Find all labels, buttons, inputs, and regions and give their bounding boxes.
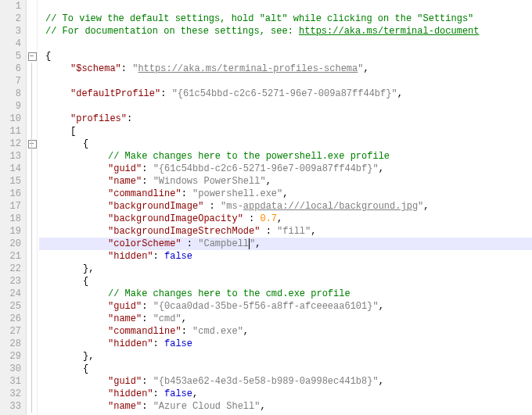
brace: { xyxy=(83,138,88,149)
json-string: "{61c54bbd-c2c6-5271-96e7-009a87ff44bf}" xyxy=(172,88,397,99)
doc-link[interactable]: https://aka.ms/terminal-document xyxy=(299,26,479,37)
line-number: 33 xyxy=(0,400,21,413)
line-number: 2 xyxy=(0,13,21,25)
line-number: 31 xyxy=(0,375,21,388)
line-number: 14 xyxy=(0,163,21,175)
comment: // Make changes here to the powershell.e… xyxy=(108,151,390,162)
line-number: 27 xyxy=(0,325,21,338)
brace-close: }, xyxy=(83,351,94,362)
line-number: 26 xyxy=(0,313,21,325)
line-number: 16 xyxy=(0,188,21,200)
comment: // To view the default settings, hold "a… xyxy=(45,13,473,24)
bracket: [ xyxy=(70,126,76,137)
line-number: 11 xyxy=(0,125,21,138)
line-number: 5 xyxy=(0,50,21,63)
line-number: 15 xyxy=(0,175,21,188)
current-line: "colorScheme" : "Campbell", xyxy=(39,238,532,250)
fold-gutter xyxy=(27,0,38,415)
line-number: 30 xyxy=(0,363,21,375)
line-number: 13 xyxy=(0,150,21,163)
line-gutter: 1 2 3 4 5 6 7 8 9 10 11 12 13 14 15 16 1… xyxy=(0,0,27,415)
json-number: 0.7 xyxy=(260,213,277,224)
line-number: 9 xyxy=(0,100,21,113)
line-number: 21 xyxy=(0,250,21,263)
line-number: 20 xyxy=(0,238,21,250)
line-number: 24 xyxy=(0,288,21,300)
comment: // Make changes here to the cmd.exe prof… xyxy=(108,288,350,299)
line-number: 18 xyxy=(0,213,21,225)
line-number: 19 xyxy=(0,225,21,238)
line-number: 4 xyxy=(0,38,21,50)
brace: { xyxy=(83,276,88,287)
line-number: 3 xyxy=(0,25,21,38)
line-number: 28 xyxy=(0,338,21,350)
schema-link[interactable]: https://aka.ms/terminal-profiles-schema xyxy=(138,63,358,74)
json-keyword: false xyxy=(164,251,192,262)
brace-close: }, xyxy=(83,263,94,274)
code-area[interactable]: // To view the default settings, hold "a… xyxy=(38,0,532,415)
line-number: 25 xyxy=(0,300,21,313)
brace: { xyxy=(45,51,51,62)
json-key: "$schema" xyxy=(70,63,121,74)
line-number: 22 xyxy=(0,263,21,275)
line-number: 10 xyxy=(0,113,21,125)
line-number: 17 xyxy=(0,200,21,213)
fold-toggle-icon[interactable] xyxy=(27,50,38,63)
line-number: 6 xyxy=(0,63,21,75)
line-number: 23 xyxy=(0,275,21,288)
json-key: "defaultProfile" xyxy=(70,88,160,99)
brace: { xyxy=(83,363,88,374)
appdata-link[interactable]: appdata:///local/background.jpg xyxy=(243,201,418,212)
fold-toggle-icon[interactable] xyxy=(27,138,38,150)
line-number: 32 xyxy=(0,388,21,400)
comment: // For documentation on these settings, … xyxy=(45,26,299,37)
line-number: 1 xyxy=(0,0,21,13)
line-number: 29 xyxy=(0,350,21,363)
json-key: "profiles" xyxy=(70,113,127,124)
code-editor: 1 2 3 4 5 6 7 8 9 10 11 12 13 14 15 16 1… xyxy=(0,0,532,415)
line-number: 12 xyxy=(0,138,21,150)
line-number: 8 xyxy=(0,88,21,100)
line-number: 7 xyxy=(0,75,21,88)
